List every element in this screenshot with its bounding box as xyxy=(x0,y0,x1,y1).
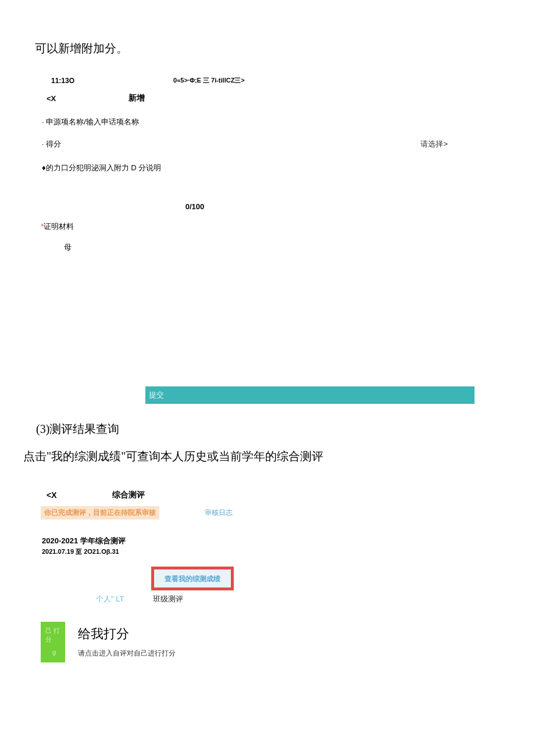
status-row: 你已完成测评，目前正在待院系审核 审核日志 xyxy=(41,506,256,519)
desc-label: ♦的力口分犯明泌洞入附力 D 分说明 xyxy=(42,163,161,172)
nav-bar: <X 新增 xyxy=(41,89,459,109)
task-title: 2020-2021 学年综合测评 xyxy=(42,536,256,546)
view-score-highlight: 查看我的综测成绩 xyxy=(151,567,256,590)
task-date: 2021.07.19 至 2O21.Oβ.31 xyxy=(42,547,256,556)
rate-section: 己 打分 g 给我打分 请点击进入自评对自己进行打分 xyxy=(41,622,256,662)
rate-title: 给我打分 xyxy=(78,625,176,643)
status-indicators: 0«5>·Φ;E 三 7i-tillCZ三> xyxy=(173,76,245,85)
nav-title-2: 综合测评 xyxy=(112,490,145,500)
form-row-score[interactable]: · 得分 请选择> xyxy=(41,136,459,152)
status-time: 11:13 xyxy=(51,77,69,85)
status-badge: 你已完成测评，目前正在待院系审核 xyxy=(41,506,159,519)
self-rate-badge: 己 打分 g xyxy=(41,622,65,662)
audit-log-link[interactable]: 审核日志 xyxy=(205,508,233,518)
upload-placeholder[interactable]: 母 xyxy=(64,242,459,253)
name-label: · 申源项名称/输入申话项名称 xyxy=(42,117,139,127)
score-label: · 得分 xyxy=(42,139,61,149)
form-row-name[interactable]: · 申源项名称/输入申话项名称 xyxy=(41,114,459,130)
form-row-desc[interactable]: ♦的力口分犯明泌洞入附力 D 分说明 xyxy=(41,158,459,173)
proof-label: 证明材料 xyxy=(44,222,74,231)
tab-personal[interactable]: 个人" LT xyxy=(96,594,124,604)
view-score-label: 查看我的综测成绩 xyxy=(165,575,220,583)
phone-screenshot-1: 11:13O 0«5>·Φ;E 三 7i-tillCZ三> <X 新增 · 申源… xyxy=(41,74,459,404)
section-3-title: (3)测评结果查询 xyxy=(36,421,535,437)
rate-text[interactable]: 给我打分 请点击进入自评对自己进行打分 xyxy=(78,622,176,662)
doc-intro: 可以新增附加分。 xyxy=(35,41,535,56)
tab-class[interactable]: 班级测评 xyxy=(153,594,183,604)
badge-line1: 己 打分 xyxy=(45,626,63,644)
view-score-button[interactable]: 查看我的综测成绩 xyxy=(151,567,234,590)
section-3-desc: 点击"我的综测成绩"可查询本人历史或当前学年的综合测评 xyxy=(23,449,535,464)
badge-line2: g xyxy=(45,648,63,657)
back-button-2[interactable]: <X xyxy=(47,490,57,500)
score-select[interactable]: 请选择> xyxy=(420,139,448,149)
nav-title: 新增 xyxy=(129,93,145,103)
phone-screenshot-2: <X 综合测评 你已完成测评，目前正在待院系审核 审核日志 2020-2021 … xyxy=(41,488,256,662)
status-bar: 11:13O 0«5>·Φ;E 三 7i-tillCZ三> xyxy=(41,74,459,89)
status-icon: O xyxy=(69,77,74,85)
rate-desc: 请点击进入自评对自己进行打分 xyxy=(78,648,176,658)
submit-button[interactable]: 提交 xyxy=(145,386,475,404)
proof-row: *证明材料 xyxy=(41,221,459,232)
nav-bar-2: <X 综合测评 xyxy=(41,488,256,504)
back-button[interactable]: <X xyxy=(47,94,56,103)
tabs-row: 个人" LT 班级测评 xyxy=(41,594,256,604)
char-counter: 0/100 xyxy=(172,202,218,211)
